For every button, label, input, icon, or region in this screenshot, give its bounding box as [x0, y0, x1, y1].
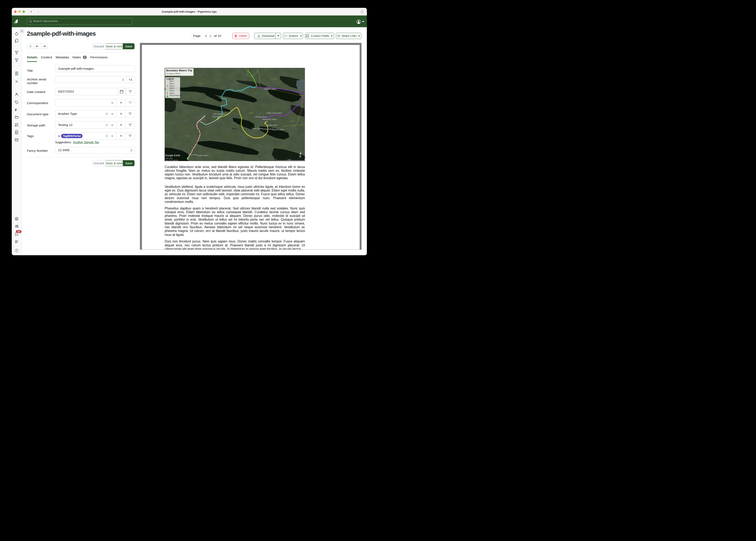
svg-text:Six days in BWCA: Six days in BWCA — [166, 73, 181, 75]
svg-text:Day 5: Day 5 — [170, 90, 174, 92]
svg-text:Day 1: Day 1 — [170, 80, 174, 82]
svg-text:Gary Island: Gary Island — [212, 116, 221, 118]
svg-text:Google Earth: Google Earth — [165, 154, 180, 157]
svg-text:Day 3: Day 3 — [170, 85, 174, 87]
svg-text:© 2017 Google: © 2017 Google — [165, 158, 172, 159]
svg-text:Canoe Island: Canoe Island — [252, 127, 262, 130]
svg-text:Day 6: Day 6 — [170, 92, 174, 94]
svg-text:Lincoln Island: Lincoln Island — [267, 124, 278, 126]
svg-text:Washington Island: Washington Island — [262, 118, 277, 120]
svg-text:Day 4: Day 4 — [170, 87, 174, 89]
svg-text:3 mi: 3 mi — [288, 159, 291, 161]
svg-text:N: N — [299, 155, 301, 158]
svg-text:Mile Island: Mile Island — [189, 154, 197, 156]
svg-text:Hausons Island: Hausons Island — [264, 88, 276, 90]
svg-text:Squirrel Island: Squirrel Island — [273, 129, 284, 131]
svg-text:New York Island: New York Island — [213, 113, 226, 115]
svg-text:Legend: Legend — [167, 78, 174, 80]
svg-text:Norway Island: Norway Island — [262, 128, 274, 130]
svg-text:Entry Point 24: Entry Point 24 — [170, 94, 181, 97]
svg-text:Text: Text — [232, 127, 236, 130]
svg-text:Boundary Waters Trip: Boundary Waters Trip — [166, 69, 192, 72]
svg-text:Image © 2017 DigitalGlobe: Image © 2017 DigitalGlobe — [165, 160, 178, 161]
svg-text:Day 2: Day 2 — [170, 83, 174, 85]
svg-text:Charlies Island: Charlies Island — [197, 155, 209, 157]
svg-text:Indian Grave Island: Indian Grave Island — [267, 112, 282, 114]
svg-text:Half Dog Island: Half Dog Island — [255, 116, 267, 118]
